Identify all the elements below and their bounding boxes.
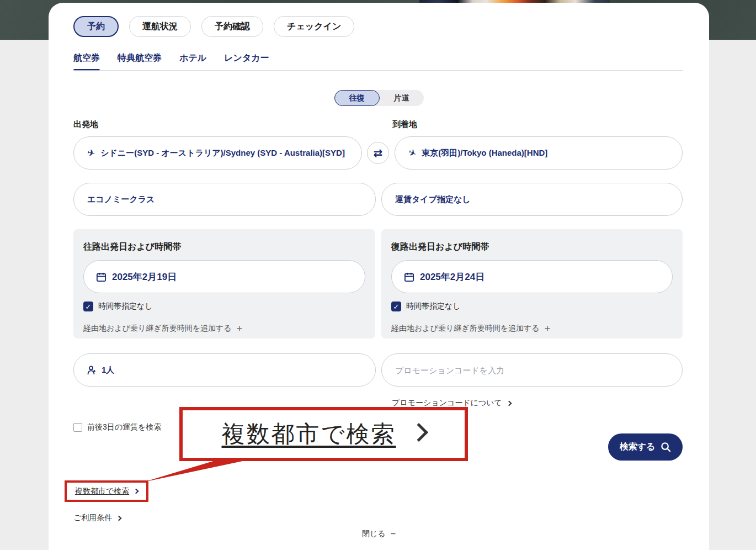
outbound-panel-title: 往路出発日および時間帯: [83, 241, 365, 253]
outbound-date-panel: 往路出発日および時間帯 2025年2月19日 ✓ 時間帯指定なし 経由地および乗…: [73, 229, 375, 339]
trip-type-oneway[interactable]: 片道: [380, 90, 424, 106]
service-nav: 予約 運航状況 予約確認 チェックイン: [73, 16, 354, 37]
trip-type-row: 往復 片道: [49, 90, 709, 106]
multi-city-callout: 複数都市で検索: [179, 407, 468, 461]
inbound-panel-title: 復路出発日および時間帯: [391, 241, 673, 253]
person-icon: [87, 366, 96, 375]
fare-type-field[interactable]: 運賃タイプ指定なし: [381, 183, 683, 216]
close-panel-link[interactable]: 閉じる −: [49, 529, 709, 539]
pill-flight-status-label: 運航状況: [142, 21, 178, 33]
product-tabs: 航空券 特典航空券 ホテル レンタカー: [73, 52, 269, 71]
minus-icon: −: [391, 529, 396, 539]
swap-origin-destination-button[interactable]: ⇄: [367, 142, 389, 164]
pill-booking[interactable]: 予約: [73, 16, 119, 37]
outbound-date-value: 2025年2月19日: [112, 271, 177, 283]
promo-code-input[interactable]: [381, 353, 683, 387]
trip-type-roundtrip[interactable]: 往復: [334, 90, 380, 106]
destination-label: 到着地: [392, 119, 417, 130]
chevron-right-icon: [410, 423, 429, 442]
terms-label: ご利用条件: [73, 513, 112, 523]
close-label: 閉じる: [362, 529, 386, 539]
passengers-field[interactable]: 1人: [73, 353, 376, 387]
flex-dates-row: 前後3日の運賃を検索: [73, 422, 161, 432]
chevron-right-icon: [134, 489, 139, 494]
tab-flights[interactable]: 航空券: [73, 52, 100, 71]
plus-icon: +: [237, 324, 243, 334]
pill-booking-label: 予約: [87, 21, 105, 33]
inbound-date-value: 2025年2月24日: [420, 271, 485, 283]
search-button[interactable]: 検索する: [608, 433, 683, 461]
pill-checkin-label: チェックイン: [287, 21, 341, 33]
cabin-class-value: エコノミークラス: [87, 194, 155, 205]
booking-panel: 予約 運航状況 予約確認 チェックイン 航空券 特典航空券 ホテル レンタカー …: [49, 3, 709, 550]
trip-type-toggle: 往復 片道: [334, 90, 424, 106]
pill-flight-status[interactable]: 運航状況: [129, 16, 191, 37]
destination-value: 東京(羽田)/Tokyo (Haneda)[HND]: [422, 148, 547, 158]
search-icon: [661, 442, 671, 452]
outbound-add-via-link[interactable]: 経由地および乗り継ぎ所要時間を追加する +: [83, 324, 365, 334]
chevron-right-icon: [116, 515, 122, 521]
destination-field[interactable]: ✈ 東京(羽田)/Tokyo (Haneda)[HND]: [395, 136, 683, 170]
plane-takeoff-icon: ✈: [86, 147, 95, 158]
multi-city-callout-text: 複数都市で検索: [222, 419, 396, 449]
pill-checkin[interactable]: チェックイン: [274, 16, 354, 37]
tabs-divider: [73, 70, 683, 71]
tab-hotel[interactable]: ホテル: [179, 52, 206, 71]
multi-city-search-link[interactable]: 複数都市で検索: [75, 486, 129, 496]
inbound-date-field[interactable]: 2025年2月24日: [391, 260, 673, 293]
check-icon: ✓: [393, 303, 400, 311]
tab-rental-car[interactable]: レンタカー: [224, 52, 269, 71]
outbound-no-time-label: 時間帯指定なし: [98, 302, 153, 311]
outbound-no-time-row: ✓ 時間帯指定なし: [83, 302, 365, 311]
callout-pointer-triangle: [140, 459, 250, 484]
plus-icon: +: [545, 324, 551, 334]
terms-link[interactable]: ご利用条件: [73, 513, 121, 523]
origin-field[interactable]: ✈ シドニー(SYD - オーストラリア)/Sydney (SYD - Aust…: [73, 136, 362, 170]
outbound-no-time-checkbox[interactable]: ✓: [83, 302, 93, 311]
chevron-right-icon: [506, 400, 512, 406]
inbound-add-via-label: 経由地および乗り継ぎ所要時間を追加する: [391, 324, 540, 334]
plane-landing-icon: ✈: [407, 147, 418, 159]
search-button-label: 検索する: [620, 441, 656, 453]
outbound-date-field[interactable]: 2025年2月19日: [83, 260, 365, 293]
flex-dates-checkbox[interactable]: [73, 423, 82, 432]
inbound-no-time-row: ✓ 時間帯指定なし: [391, 302, 673, 311]
calendar-icon: [404, 272, 414, 282]
inbound-no-time-label: 時間帯指定なし: [406, 302, 461, 311]
check-icon: ✓: [86, 303, 92, 311]
outbound-add-via-label: 経由地および乗り継ぎ所要時間を追加する: [83, 324, 232, 334]
origin-value: シドニー(SYD - オーストラリア)/Sydney (SYD - Austra…: [100, 148, 345, 158]
fare-type-value: 運賃タイプ指定なし: [395, 194, 471, 205]
passengers-value: 1人: [102, 365, 114, 376]
pill-booking-confirm-label: 予約確認: [215, 21, 250, 33]
swap-icon: ⇄: [374, 146, 383, 160]
flex-dates-label: 前後3日の運賃を検索: [87, 422, 161, 432]
origin-label: 出発地: [73, 119, 98, 130]
calendar-icon: [96, 272, 107, 282]
pill-booking-confirm[interactable]: 予約確認: [201, 16, 263, 37]
inbound-date-panel: 復路出発日および時間帯 2025年2月24日 ✓ 時間帯指定なし 経由地および乗…: [381, 229, 683, 339]
cabin-class-field[interactable]: エコノミークラス: [73, 183, 376, 216]
inbound-no-time-checkbox[interactable]: ✓: [391, 302, 401, 311]
multi-city-highlight-box: 複数都市で検索: [65, 480, 148, 502]
tab-award-flights[interactable]: 特典航空券: [118, 52, 162, 71]
inbound-add-via-link[interactable]: 経由地および乗り継ぎ所要時間を追加する +: [391, 324, 673, 334]
